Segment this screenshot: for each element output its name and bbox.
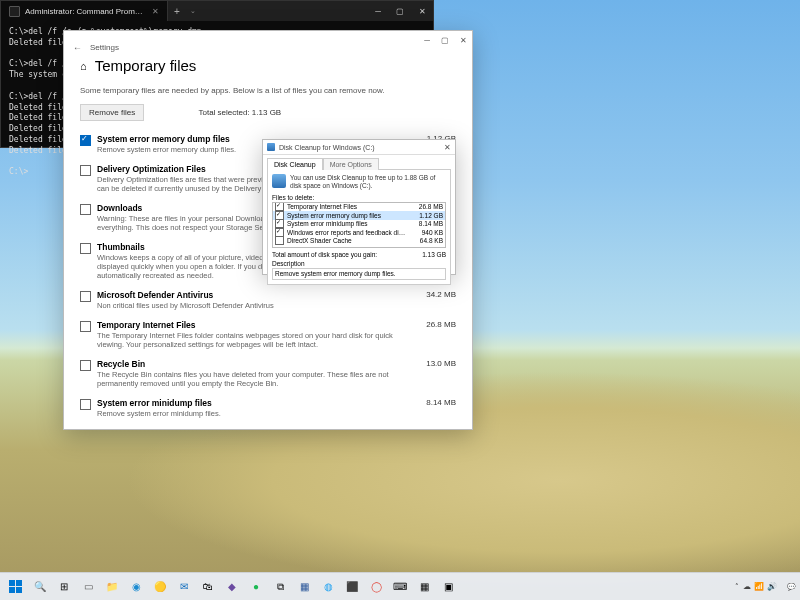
onedrive-icon[interactable]: ☁ xyxy=(743,582,751,591)
checkbox[interactable] xyxy=(80,291,91,302)
dc-row-name: System error minidump files xyxy=(287,220,368,227)
taskbar-app[interactable]: ▣ xyxy=(438,577,458,597)
file-category-name: Microsoft Defender Antivirus xyxy=(97,290,410,300)
tab-disk-cleanup[interactable]: Disk Cleanup xyxy=(267,158,323,170)
dc-title: Disk Cleanup for Windows (C:) xyxy=(279,144,375,151)
disk-cleanup-icon xyxy=(267,143,275,151)
desktop: ← Settings ─ ▢ ✕ ⌂ Temporary files Some … xyxy=(0,0,800,600)
checkbox[interactable] xyxy=(275,236,284,245)
dc-desc-label: Description xyxy=(272,260,446,267)
dc-row-name: Windows error reports and feedback di… xyxy=(287,229,405,236)
file-explorer-icon[interactable]: 📁 xyxy=(102,577,122,597)
dc-sum-label: Total amount of disk space you gain: xyxy=(272,251,377,258)
term-maximize-button[interactable]: ▢ xyxy=(389,1,411,21)
checkbox[interactable] xyxy=(80,165,91,176)
file-category-item[interactable]: Microsoft Defender AntivirusNon critical… xyxy=(80,285,456,315)
term-minimize-button[interactable]: ─ xyxy=(367,1,389,21)
file-category-desc: The Recycle Bin contains files you have … xyxy=(97,370,410,388)
store-icon[interactable]: 🛍 xyxy=(198,577,218,597)
volume-icon[interactable]: 🔊 xyxy=(767,582,777,591)
dc-row-name: Temporary Internet Files xyxy=(287,203,357,210)
dc-titlebar[interactable]: Disk Cleanup for Windows (C:) ✕ xyxy=(263,140,455,155)
taskbar-app[interactable]: ◆ xyxy=(222,577,242,597)
spotify-icon[interactable]: ● xyxy=(246,577,266,597)
tray-chevron-icon[interactable]: ˄ xyxy=(735,583,739,591)
svg-rect-0 xyxy=(9,580,15,586)
dc-message: You can use Disk Cleanup to free up to 1… xyxy=(290,174,446,190)
terminal-icon[interactable]: ⌨ xyxy=(390,577,410,597)
minimize-button[interactable]: ─ xyxy=(418,31,436,49)
file-category-size: 26.8 MB xyxy=(416,320,456,329)
slack-icon[interactable]: ⧉ xyxy=(270,577,290,597)
home-icon[interactable]: ⌂ xyxy=(80,60,87,72)
file-category-desc: The Temporary Internet Files folder cont… xyxy=(97,331,410,349)
file-category-item[interactable]: System error minidump filesRemove system… xyxy=(80,393,456,423)
settings-window-label: Settings xyxy=(90,43,119,52)
back-icon[interactable]: ← xyxy=(73,43,82,53)
drive-icon xyxy=(272,174,286,188)
checkbox[interactable] xyxy=(80,204,91,215)
dc-sum-value: 1.13 GB xyxy=(422,251,446,258)
dc-file-row[interactable]: DirectX Shader Cache64.8 KB xyxy=(273,237,445,246)
action-center-icon[interactable]: 💬 xyxy=(787,583,796,591)
term-close-button[interactable]: ✕ xyxy=(411,1,433,21)
settings-titlebar[interactable]: ← Settings ─ ▢ ✕ xyxy=(64,31,472,49)
taskbar[interactable]: 🔍 ⊞ ▭ 📁 ◉ 🟡 ✉ 🛍 ◆ ● ⧉ ▦ ◍ ⬛ ◯ ⌨ ▦ ▣ ˄ ☁ … xyxy=(0,572,800,600)
checkbox[interactable] xyxy=(80,321,91,332)
system-tray[interactable]: ☁ 📶 🔊 xyxy=(743,582,777,591)
tab-dropdown-icon[interactable]: ⌄ xyxy=(186,1,200,21)
taskbar-app[interactable]: ▦ xyxy=(414,577,434,597)
file-category-size: 34.2 MB xyxy=(416,290,456,299)
dc-row-size: 1.12 GB xyxy=(419,212,443,219)
intro-text: Some temporary files are needed by apps.… xyxy=(80,86,456,96)
tab-close-icon[interactable]: ✕ xyxy=(152,7,159,16)
disk-cleanup-dialog: Disk Cleanup for Windows (C:) ✕ Disk Cle… xyxy=(262,139,456,275)
file-category-size: 8.14 MB xyxy=(416,398,456,407)
maximize-button[interactable]: ▢ xyxy=(436,31,454,49)
taskbar-app[interactable]: ◯ xyxy=(366,577,386,597)
file-category-name: System error minidump files xyxy=(97,398,410,408)
dc-row-size: 26.8 MB xyxy=(419,203,443,210)
files-to-delete-label: Files to delete: xyxy=(272,194,446,201)
file-category-name: Temporary Internet Files xyxy=(97,320,410,330)
dc-file-row[interactable]: System error memory dump files1.12 GB xyxy=(273,211,445,220)
search-icon[interactable]: 🔍 xyxy=(30,577,50,597)
checkbox[interactable] xyxy=(80,399,91,410)
new-tab-button[interactable]: + xyxy=(168,1,186,21)
terminal-tab[interactable]: Administrator: Command Prom… ✕ xyxy=(1,1,168,21)
total-selected: Total selected: 1.13 GB xyxy=(198,108,281,117)
remove-files-button[interactable]: Remove files xyxy=(80,104,144,121)
tab-more-options[interactable]: More Options xyxy=(323,158,379,170)
word-icon[interactable]: ▦ xyxy=(294,577,314,597)
checkbox[interactable] xyxy=(80,243,91,254)
close-button[interactable]: ✕ xyxy=(454,31,472,49)
task-view-icon[interactable]: ⊞ xyxy=(54,577,74,597)
dc-row-size: 8.14 MB xyxy=(419,220,443,227)
dc-row-name: DirectX Shader Cache xyxy=(287,237,352,244)
dc-desc-text: Remove system error memory dump files. xyxy=(272,268,446,280)
dc-file-row[interactable]: Windows error reports and feedback di…94… xyxy=(273,228,445,237)
mail-icon[interactable]: ✉ xyxy=(174,577,194,597)
edge-icon[interactable]: ◉ xyxy=(126,577,146,597)
start-button[interactable] xyxy=(6,577,26,597)
twitter-icon[interactable]: ◍ xyxy=(318,577,338,597)
checkbox[interactable] xyxy=(80,360,91,371)
taskbar-app[interactable]: ▭ xyxy=(78,577,98,597)
dc-file-row[interactable]: Temporary Internet Files26.8 MB xyxy=(273,203,445,212)
dc-close-button[interactable]: ✕ xyxy=(444,143,451,152)
file-category-desc: Remove system error minidump files. xyxy=(97,409,410,418)
file-category-item[interactable]: Recycle BinThe Recycle Bin contains file… xyxy=(80,354,456,393)
file-category-size: 13.0 MB xyxy=(416,359,456,368)
dc-row-size: 940 KB xyxy=(422,229,443,236)
terminal-titlebar[interactable]: Administrator: Command Prom… ✕ + ⌄ ─ ▢ ✕ xyxy=(1,1,433,21)
chrome-icon[interactable]: 🟡 xyxy=(150,577,170,597)
network-icon[interactable]: 📶 xyxy=(754,582,764,591)
taskbar-app[interactable]: ⬛ xyxy=(342,577,362,597)
file-category-item[interactable]: Temporary Internet FilesThe Temporary In… xyxy=(80,315,456,354)
page-title: Temporary files xyxy=(95,57,197,74)
terminal-tab-title: Administrator: Command Prom… xyxy=(25,7,143,16)
checkbox[interactable] xyxy=(80,135,91,146)
dc-file-list[interactable]: Temporary Internet Files26.8 MBSystem er… xyxy=(272,202,446,248)
dc-file-row[interactable]: System error minidump files8.14 MB xyxy=(273,220,445,229)
cmd-icon xyxy=(9,6,20,17)
